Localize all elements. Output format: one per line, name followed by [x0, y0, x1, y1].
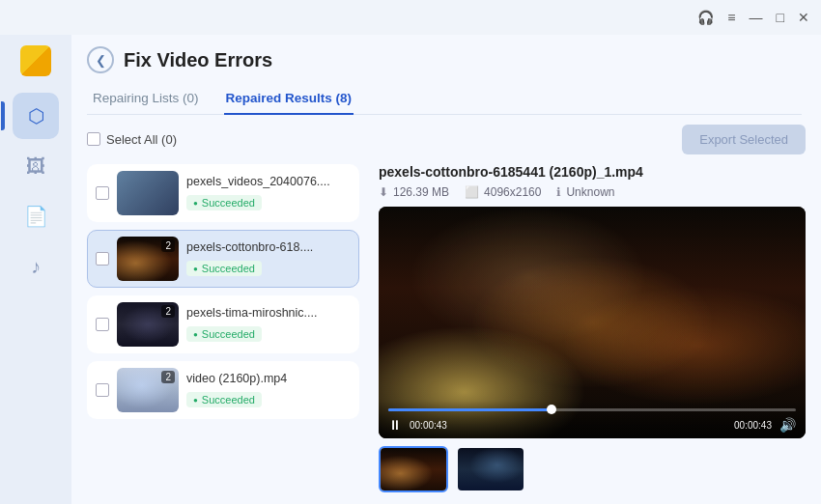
- back-button[interactable]: ❮: [87, 46, 114, 73]
- controls-row: ⏸ 00:00:43 00:00:43 🔊: [388, 417, 796, 433]
- file-thumb-badge-3: 2: [161, 305, 175, 318]
- toolbar: Select All (0) Export Selected: [71, 115, 821, 164]
- ctrl-right: 00:00:43 🔊: [734, 417, 796, 433]
- file-thumbnail-2: 2: [117, 237, 179, 281]
- preview-panel: pexels-cottonbro-6185441 (2160p)_1.mp4 ⬇…: [367, 164, 806, 493]
- select-all-checkbox[interactable]: [87, 132, 100, 146]
- file-thumbnail-4: 2: [117, 368, 179, 412]
- file-checkbox-4[interactable]: [96, 383, 109, 397]
- sidebar-item-media[interactable]: ⬡: [13, 93, 59, 139]
- sidebar-item-document[interactable]: 📄: [13, 193, 59, 239]
- file-status-3: Succeeded: [186, 326, 262, 342]
- volume-button[interactable]: 🔊: [779, 417, 796, 433]
- meta-size-value: 126.39 MB: [393, 185, 449, 199]
- tab-repairing-lists[interactable]: Repairing Lists (0): [91, 85, 201, 115]
- file-name-3: pexels-tima-miroshnic....: [186, 306, 351, 320]
- time-current: 00:00:43: [410, 420, 447, 431]
- play-pause-button[interactable]: ⏸: [388, 417, 402, 433]
- file-checkbox-2[interactable]: [96, 252, 109, 266]
- sidebar: ⬡ 🖼 📄 ♪: [0, 35, 71, 504]
- logo-square: [20, 45, 51, 76]
- file-name-4: video (2160p).mp4: [186, 372, 351, 385]
- preview-meta: ⬇ 126.39 MB ⬜ 4096x2160 ℹ Unknown: [379, 185, 806, 199]
- video-controls: ⏸ 00:00:43 00:00:43 🔊: [379, 401, 806, 438]
- file-name-2: pexels-cottonbro-618....: [186, 240, 351, 254]
- file-info-3: pexels-tima-miroshnic.... Succeeded: [186, 306, 351, 343]
- video-player[interactable]: ⏸ 00:00:43 00:00:43 🔊: [379, 207, 806, 439]
- meta-resolution: ⬜ 4096x2160: [465, 185, 541, 199]
- thumb-bg-2: [458, 448, 524, 490]
- media-icon: ⬡: [28, 104, 44, 127]
- file-thumbnail-1: [117, 171, 179, 215]
- resolution-icon: ⬜: [465, 185, 479, 199]
- list-item[interactable]: pexels_videos_2040076.... Succeeded: [87, 164, 359, 222]
- preview-title: pexels-cottonbro-6185441 (2160p)_1.mp4: [379, 164, 806, 180]
- select-all-label[interactable]: Select All (0): [87, 132, 177, 147]
- audio-icon: ♪: [31, 256, 41, 278]
- app-body: ⬡ 🖼 📄 ♪ ❮ Fix Video Errors Repairing Lis…: [0, 35, 821, 504]
- content-area: ❮ Fix Video Errors Repairing Lists (0) R…: [71, 35, 821, 504]
- list-item[interactable]: 2 video (2160p).mp4 Succeeded: [87, 361, 359, 419]
- document-icon: 📄: [24, 205, 48, 228]
- size-icon: ⬇: [379, 185, 388, 199]
- file-thumb-badge-2: 2: [161, 239, 175, 252]
- window-controls: 🎧 ≡ — □ ✕: [697, 10, 809, 25]
- headphone-icon[interactable]: 🎧: [697, 10, 714, 25]
- title-bar: 🎧 ≡ — □ ✕: [0, 0, 821, 35]
- back-icon: ❮: [96, 53, 106, 68]
- time-total: 00:00:43: [734, 420, 772, 431]
- file-info-1: pexels_videos_2040076.... Succeeded: [186, 175, 351, 211]
- thumbnail-strip: [379, 446, 806, 492]
- thumbnail-1[interactable]: [379, 446, 448, 492]
- file-info-2: pexels-cottonbro-618.... Succeeded: [186, 240, 351, 277]
- file-status-1: Succeeded: [186, 195, 262, 210]
- file-name-1: pexels_videos_2040076....: [186, 175, 351, 188]
- file-list: pexels_videos_2040076.... Succeeded 2 pe…: [87, 164, 367, 493]
- app-logo: [17, 42, 54, 79]
- thumb-bg-1: [381, 448, 446, 490]
- tab-repaired-results[interactable]: Repaired Results (8): [224, 85, 354, 115]
- sidebar-item-audio[interactable]: ♪: [13, 243, 59, 290]
- meta-codec-value: Unknown: [566, 185, 614, 199]
- minimize-icon[interactable]: —: [750, 10, 763, 25]
- list-item[interactable]: 2 pexels-tima-miroshnic.... Succeeded: [87, 295, 359, 353]
- ctrl-left: ⏸ 00:00:43: [388, 417, 447, 433]
- meta-size: ⬇ 126.39 MB: [379, 185, 449, 199]
- progress-fill: [388, 408, 552, 411]
- list-item[interactable]: 2 pexels-cottonbro-618.... Succeeded: [87, 230, 359, 288]
- file-status-4: Succeeded: [186, 392, 262, 407]
- maximize-icon[interactable]: □: [777, 10, 784, 25]
- page-title: Fix Video Errors: [124, 49, 272, 71]
- main-panel: pexels_videos_2040076.... Succeeded 2 pe…: [71, 164, 821, 505]
- file-status-2: Succeeded: [186, 261, 262, 276]
- file-thumbnail-3: 2: [117, 302, 179, 347]
- file-checkbox-1[interactable]: [96, 186, 109, 200]
- header: ❮ Fix Video Errors Repairing Lists (0) R…: [71, 35, 821, 115]
- meta-resolution-value: 4096x2160: [484, 185, 541, 199]
- menu-icon[interactable]: ≡: [727, 10, 735, 25]
- sidebar-item-image[interactable]: 🖼: [13, 143, 59, 189]
- progress-thumb: [547, 405, 556, 414]
- file-thumb-badge-4: 2: [161, 371, 175, 383]
- progress-bar[interactable]: [388, 408, 796, 411]
- export-selected-button[interactable]: Export Selected: [682, 125, 806, 154]
- thumbnail-2[interactable]: [456, 446, 525, 492]
- tabs: Repairing Lists (0) Repaired Results (8): [87, 85, 802, 115]
- file-info-4: video (2160p).mp4 Succeeded: [186, 372, 351, 408]
- header-title-row: ❮ Fix Video Errors: [87, 46, 802, 73]
- image-icon: 🖼: [26, 155, 45, 178]
- meta-codec: ℹ Unknown: [556, 185, 614, 199]
- select-all-text: Select All (0): [106, 132, 177, 147]
- file-checkbox-3[interactable]: [96, 318, 109, 331]
- codec-icon: ℹ: [556, 185, 561, 199]
- close-icon[interactable]: ✕: [798, 10, 809, 25]
